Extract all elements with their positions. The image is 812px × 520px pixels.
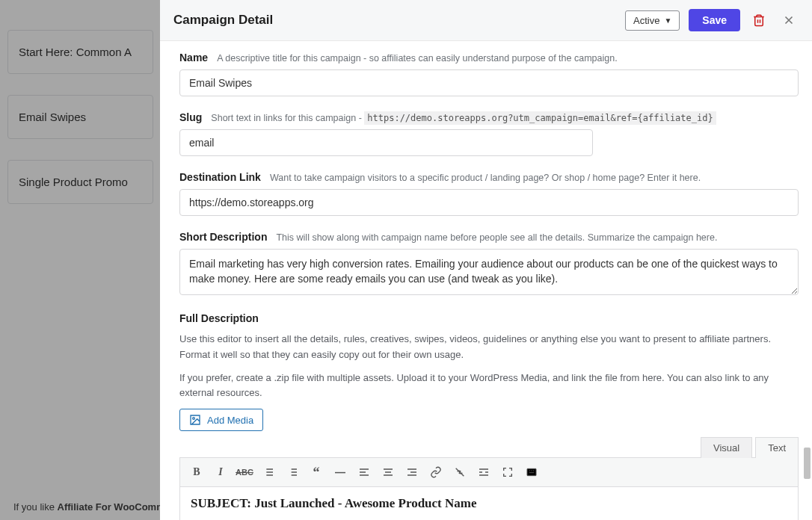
unlink-button[interactable] <box>449 462 470 482</box>
campaign-detail-panel: Campaign Detail Active ▼ Save Name A des… <box>160 0 812 520</box>
bullet-list-button[interactable] <box>258 462 279 482</box>
numbered-list-button[interactable] <box>282 462 303 482</box>
name-hint: A descriptive title for this campaign - … <box>217 53 617 64</box>
short-description-hint: This will show along with campaign name … <box>276 232 717 243</box>
short-description-label: Short Description <box>179 231 267 243</box>
fullscreen-button[interactable] <box>497 462 518 482</box>
panel-header: Campaign Detail Active ▼ Save <box>160 0 812 41</box>
tab-visual[interactable]: Visual <box>701 437 752 458</box>
destination-label: Destination Link <box>179 171 261 183</box>
name-label: Name <box>179 52 208 64</box>
destination-field-row: Destination Link Want to take campaign v… <box>179 171 799 216</box>
panel-title: Campaign Detail <box>173 13 625 28</box>
svg-point-0 <box>193 418 195 420</box>
tab-text[interactable]: Text <box>755 437 799 458</box>
slug-field-row: Slug Short text in links for this campai… <box>179 111 799 156</box>
chevron-down-icon: ▼ <box>664 16 671 25</box>
italic-button[interactable]: I <box>210 462 231 482</box>
delete-button[interactable] <box>751 12 767 28</box>
slug-hint: Short text in links for this campaign - … <box>211 113 716 123</box>
editor-toolbar: B I ABC “ — <box>180 458 798 487</box>
slug-input[interactable] <box>179 129 593 156</box>
toolbar-toggle-button[interactable] <box>521 462 542 482</box>
full-description-label: Full Description <box>179 312 259 324</box>
align-right-button[interactable] <box>402 462 422 482</box>
strikethrough-button[interactable]: ABC <box>234 462 255 482</box>
close-button[interactable] <box>781 12 797 28</box>
editor-tabs: Visual Text <box>179 437 799 458</box>
rich-text-editor: B I ABC “ — SUBJECT: J <box>179 457 799 520</box>
editor-content[interactable]: SUBJECT: Just Launched - Awesome Product… <box>180 487 798 520</box>
editor-subject-line: SUBJECT: Just Launched - Awesome Product… <box>191 496 787 511</box>
full-description-hint-2: If you prefer, create a .zip file with m… <box>179 371 799 402</box>
media-icon <box>189 414 201 426</box>
bold-button[interactable]: B <box>186 462 207 482</box>
link-button[interactable] <box>425 462 446 482</box>
quote-button[interactable]: “ <box>306 462 327 482</box>
align-left-button[interactable] <box>354 462 375 482</box>
name-input[interactable] <box>179 69 799 96</box>
short-description-row: Short Description This will show along w… <box>179 231 799 297</box>
full-description-row: Full Description Use this editor to inse… <box>179 312 799 520</box>
panel-body: Name A descriptive title for this campai… <box>160 41 812 520</box>
short-description-input[interactable]: Email marketing has very high conversion… <box>179 249 799 295</box>
svg-rect-1 <box>527 469 536 476</box>
status-select[interactable]: Active ▼ <box>625 10 680 31</box>
slug-label: Slug <box>179 111 202 123</box>
add-media-button[interactable]: Add Media <box>179 409 263 431</box>
name-field-row: Name A descriptive title for this campai… <box>179 52 799 96</box>
hr-button[interactable]: — <box>330 462 351 482</box>
full-description-hint-1: Use this editor to insert all the detail… <box>179 332 799 363</box>
destination-hint: Want to take campaign visitors to a spec… <box>270 173 701 183</box>
readmore-button[interactable] <box>473 462 494 482</box>
slug-url-example: https://demo.storeapps.org?utm_campaign=… <box>364 111 716 125</box>
save-button[interactable]: Save <box>689 9 740 31</box>
scrollbar-thumb[interactable] <box>804 448 811 479</box>
destination-input[interactable] <box>179 189 799 216</box>
align-center-button[interactable] <box>378 462 399 482</box>
